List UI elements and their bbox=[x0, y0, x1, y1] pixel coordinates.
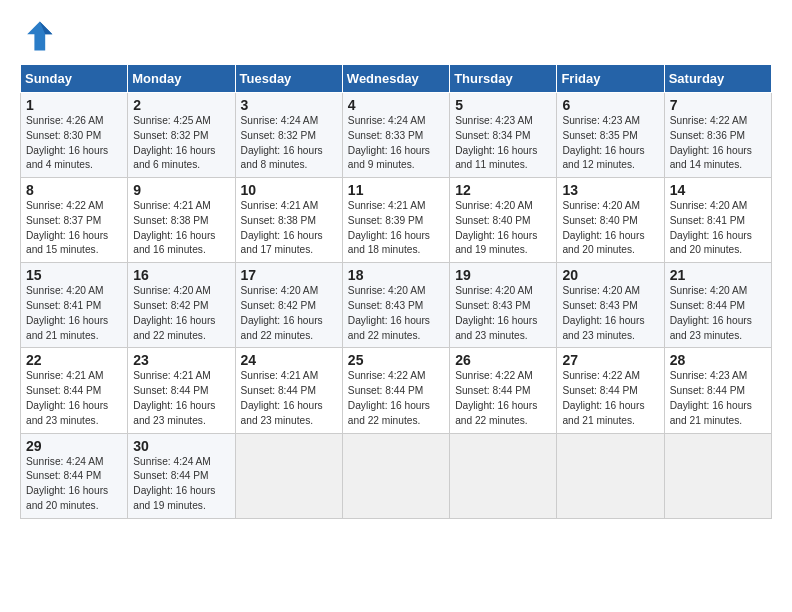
calendar-cell: 22Sunrise: 4:21 AM Sunset: 8:44 PM Dayli… bbox=[21, 348, 128, 433]
calendar-cell: 18Sunrise: 4:20 AM Sunset: 8:43 PM Dayli… bbox=[342, 263, 449, 348]
calendar-cell: 7Sunrise: 4:22 AM Sunset: 8:36 PM Daylig… bbox=[664, 93, 771, 178]
calendar-cell bbox=[342, 433, 449, 518]
logo-icon bbox=[20, 18, 56, 54]
day-number: 21 bbox=[670, 267, 766, 283]
day-number: 9 bbox=[133, 182, 229, 198]
calendar-cell bbox=[450, 433, 557, 518]
day-number: 23 bbox=[133, 352, 229, 368]
calendar-cell: 3Sunrise: 4:24 AM Sunset: 8:32 PM Daylig… bbox=[235, 93, 342, 178]
day-number: 27 bbox=[562, 352, 658, 368]
week-row-4: 22Sunrise: 4:21 AM Sunset: 8:44 PM Dayli… bbox=[21, 348, 772, 433]
day-number: 25 bbox=[348, 352, 444, 368]
calendar-cell: 21Sunrise: 4:20 AM Sunset: 8:44 PM Dayli… bbox=[664, 263, 771, 348]
cell-info: Sunrise: 4:20 AM Sunset: 8:43 PM Dayligh… bbox=[562, 284, 658, 343]
day-number: 19 bbox=[455, 267, 551, 283]
cell-info: Sunrise: 4:24 AM Sunset: 8:44 PM Dayligh… bbox=[133, 455, 229, 514]
calendar-cell bbox=[664, 433, 771, 518]
cell-info: Sunrise: 4:26 AM Sunset: 8:30 PM Dayligh… bbox=[26, 114, 122, 173]
calendar-cell: 9Sunrise: 4:21 AM Sunset: 8:38 PM Daylig… bbox=[128, 178, 235, 263]
calendar-table: SundayMondayTuesdayWednesdayThursdayFrid… bbox=[20, 64, 772, 519]
cell-info: Sunrise: 4:23 AM Sunset: 8:35 PM Dayligh… bbox=[562, 114, 658, 173]
day-number: 22 bbox=[26, 352, 122, 368]
day-number: 10 bbox=[241, 182, 337, 198]
day-number: 16 bbox=[133, 267, 229, 283]
calendar-cell: 29Sunrise: 4:24 AM Sunset: 8:44 PM Dayli… bbox=[21, 433, 128, 518]
week-row-3: 15Sunrise: 4:20 AM Sunset: 8:41 PM Dayli… bbox=[21, 263, 772, 348]
cell-info: Sunrise: 4:20 AM Sunset: 8:42 PM Dayligh… bbox=[241, 284, 337, 343]
calendar-cell: 17Sunrise: 4:20 AM Sunset: 8:42 PM Dayli… bbox=[235, 263, 342, 348]
header bbox=[20, 18, 772, 54]
col-header-saturday: Saturday bbox=[664, 65, 771, 93]
week-row-1: 1Sunrise: 4:26 AM Sunset: 8:30 PM Daylig… bbox=[21, 93, 772, 178]
day-number: 5 bbox=[455, 97, 551, 113]
week-row-2: 8Sunrise: 4:22 AM Sunset: 8:37 PM Daylig… bbox=[21, 178, 772, 263]
day-number: 7 bbox=[670, 97, 766, 113]
cell-info: Sunrise: 4:24 AM Sunset: 8:32 PM Dayligh… bbox=[241, 114, 337, 173]
calendar-cell: 11Sunrise: 4:21 AM Sunset: 8:39 PM Dayli… bbox=[342, 178, 449, 263]
calendar-cell: 30Sunrise: 4:24 AM Sunset: 8:44 PM Dayli… bbox=[128, 433, 235, 518]
calendar-cell: 2Sunrise: 4:25 AM Sunset: 8:32 PM Daylig… bbox=[128, 93, 235, 178]
col-header-thursday: Thursday bbox=[450, 65, 557, 93]
cell-info: Sunrise: 4:20 AM Sunset: 8:44 PM Dayligh… bbox=[670, 284, 766, 343]
calendar-cell bbox=[557, 433, 664, 518]
cell-info: Sunrise: 4:24 AM Sunset: 8:44 PM Dayligh… bbox=[26, 455, 122, 514]
calendar-cell: 26Sunrise: 4:22 AM Sunset: 8:44 PM Dayli… bbox=[450, 348, 557, 433]
cell-info: Sunrise: 4:25 AM Sunset: 8:32 PM Dayligh… bbox=[133, 114, 229, 173]
calendar-cell: 6Sunrise: 4:23 AM Sunset: 8:35 PM Daylig… bbox=[557, 93, 664, 178]
cell-info: Sunrise: 4:24 AM Sunset: 8:33 PM Dayligh… bbox=[348, 114, 444, 173]
cell-info: Sunrise: 4:22 AM Sunset: 8:44 PM Dayligh… bbox=[348, 369, 444, 428]
calendar-cell: 23Sunrise: 4:21 AM Sunset: 8:44 PM Dayli… bbox=[128, 348, 235, 433]
day-number: 24 bbox=[241, 352, 337, 368]
calendar-cell: 13Sunrise: 4:20 AM Sunset: 8:40 PM Dayli… bbox=[557, 178, 664, 263]
calendar-cell: 20Sunrise: 4:20 AM Sunset: 8:43 PM Dayli… bbox=[557, 263, 664, 348]
cell-info: Sunrise: 4:22 AM Sunset: 8:37 PM Dayligh… bbox=[26, 199, 122, 258]
cell-info: Sunrise: 4:22 AM Sunset: 8:44 PM Dayligh… bbox=[455, 369, 551, 428]
cell-info: Sunrise: 4:21 AM Sunset: 8:44 PM Dayligh… bbox=[133, 369, 229, 428]
day-number: 3 bbox=[241, 97, 337, 113]
calendar-cell: 1Sunrise: 4:26 AM Sunset: 8:30 PM Daylig… bbox=[21, 93, 128, 178]
day-number: 13 bbox=[562, 182, 658, 198]
day-number: 11 bbox=[348, 182, 444, 198]
cell-info: Sunrise: 4:23 AM Sunset: 8:34 PM Dayligh… bbox=[455, 114, 551, 173]
day-number: 6 bbox=[562, 97, 658, 113]
calendar-cell: 4Sunrise: 4:24 AM Sunset: 8:33 PM Daylig… bbox=[342, 93, 449, 178]
cell-info: Sunrise: 4:22 AM Sunset: 8:44 PM Dayligh… bbox=[562, 369, 658, 428]
calendar-cell: 28Sunrise: 4:23 AM Sunset: 8:44 PM Dayli… bbox=[664, 348, 771, 433]
col-header-tuesday: Tuesday bbox=[235, 65, 342, 93]
day-number: 4 bbox=[348, 97, 444, 113]
col-header-friday: Friday bbox=[557, 65, 664, 93]
col-header-wednesday: Wednesday bbox=[342, 65, 449, 93]
day-number: 12 bbox=[455, 182, 551, 198]
day-number: 15 bbox=[26, 267, 122, 283]
calendar-cell: 16Sunrise: 4:20 AM Sunset: 8:42 PM Dayli… bbox=[128, 263, 235, 348]
calendar-cell: 5Sunrise: 4:23 AM Sunset: 8:34 PM Daylig… bbox=[450, 93, 557, 178]
cell-info: Sunrise: 4:20 AM Sunset: 8:40 PM Dayligh… bbox=[562, 199, 658, 258]
col-header-sunday: Sunday bbox=[21, 65, 128, 93]
day-number: 1 bbox=[26, 97, 122, 113]
cell-info: Sunrise: 4:20 AM Sunset: 8:43 PM Dayligh… bbox=[348, 284, 444, 343]
calendar-cell bbox=[235, 433, 342, 518]
day-number: 30 bbox=[133, 438, 229, 454]
calendar-cell: 25Sunrise: 4:22 AM Sunset: 8:44 PM Dayli… bbox=[342, 348, 449, 433]
day-number: 20 bbox=[562, 267, 658, 283]
calendar-cell: 8Sunrise: 4:22 AM Sunset: 8:37 PM Daylig… bbox=[21, 178, 128, 263]
day-number: 8 bbox=[26, 182, 122, 198]
svg-marker-0 bbox=[27, 22, 52, 51]
calendar-cell: 12Sunrise: 4:20 AM Sunset: 8:40 PM Dayli… bbox=[450, 178, 557, 263]
header-row: SundayMondayTuesdayWednesdayThursdayFrid… bbox=[21, 65, 772, 93]
page: SundayMondayTuesdayWednesdayThursdayFrid… bbox=[0, 0, 792, 529]
day-number: 26 bbox=[455, 352, 551, 368]
cell-info: Sunrise: 4:23 AM Sunset: 8:44 PM Dayligh… bbox=[670, 369, 766, 428]
calendar-cell: 19Sunrise: 4:20 AM Sunset: 8:43 PM Dayli… bbox=[450, 263, 557, 348]
day-number: 29 bbox=[26, 438, 122, 454]
cell-info: Sunrise: 4:21 AM Sunset: 8:38 PM Dayligh… bbox=[241, 199, 337, 258]
cell-info: Sunrise: 4:20 AM Sunset: 8:41 PM Dayligh… bbox=[26, 284, 122, 343]
day-number: 17 bbox=[241, 267, 337, 283]
calendar-cell: 27Sunrise: 4:22 AM Sunset: 8:44 PM Dayli… bbox=[557, 348, 664, 433]
cell-info: Sunrise: 4:21 AM Sunset: 8:44 PM Dayligh… bbox=[241, 369, 337, 428]
cell-info: Sunrise: 4:20 AM Sunset: 8:41 PM Dayligh… bbox=[670, 199, 766, 258]
cell-info: Sunrise: 4:22 AM Sunset: 8:36 PM Dayligh… bbox=[670, 114, 766, 173]
logo bbox=[20, 18, 62, 54]
cell-info: Sunrise: 4:21 AM Sunset: 8:39 PM Dayligh… bbox=[348, 199, 444, 258]
cell-info: Sunrise: 4:20 AM Sunset: 8:42 PM Dayligh… bbox=[133, 284, 229, 343]
